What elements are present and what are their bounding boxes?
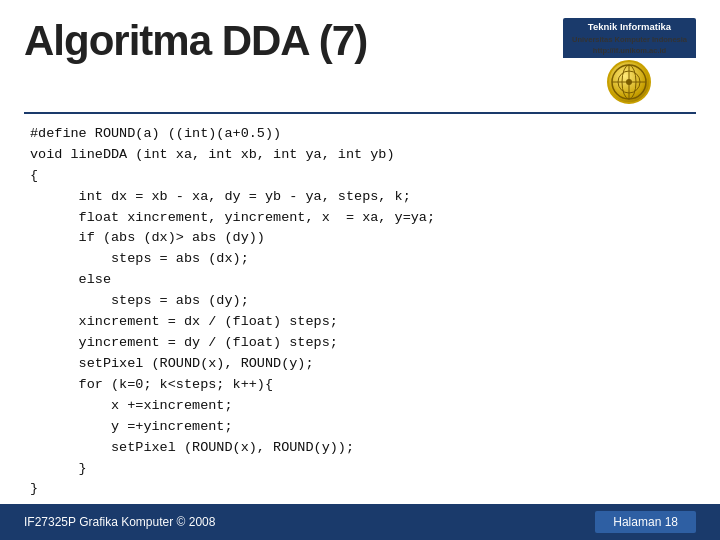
code-line: for (k=0; k<steps; k++){ (30, 375, 690, 396)
code-line: setPixel (ROUND(x), ROUND(y)); (30, 438, 690, 459)
code-line: float xincrement, yincrement, x = xa, y=… (30, 208, 690, 229)
logo-icon (610, 63, 648, 101)
code-line: if (abs (dx)> abs (dy)) (30, 228, 690, 249)
code-line: steps = abs (dx); (30, 249, 690, 270)
logo-line2: Universitas Komputer Indonesia (570, 34, 689, 45)
footer-left: IF27325P Grafika Komputer © 2008 (24, 515, 215, 529)
code-line: y =+yincrement; (30, 417, 690, 438)
footer: IF27325P Grafika Komputer © 2008 Halaman… (0, 504, 720, 540)
logo-text-block: Teknik Informatika Universitas Komputer … (563, 18, 696, 58)
slide: Algoritma DDA (7) Teknik Informatika Uni… (0, 0, 720, 540)
header: Algoritma DDA (7) Teknik Informatika Uni… (0, 0, 720, 104)
page-title: Algoritma DDA (7) (24, 18, 367, 64)
code-line: } (30, 479, 690, 500)
content-area: #define ROUND(a) ((int)(a+0.5))void line… (0, 114, 720, 504)
logo-line3: http://if.unikom.ac.id (570, 45, 689, 56)
code-line: #define ROUND(a) ((int)(a+0.5)) (30, 124, 690, 145)
code-line: steps = abs (dy); (30, 291, 690, 312)
code-line: { (30, 166, 690, 187)
svg-point-5 (626, 79, 632, 85)
code-line: setPixel (ROUND(x), ROUND(y); (30, 354, 690, 375)
code-line: int dx = xb - xa, dy = yb - ya, steps, k… (30, 187, 690, 208)
code-line: else (30, 270, 690, 291)
logo-line1: Teknik Informatika (570, 21, 689, 34)
code-line: x +=xincrement; (30, 396, 690, 417)
logo-circle (607, 60, 651, 104)
code-line: yincrement = dy / (float) steps; (30, 333, 690, 354)
code-line: xincrement = dx / (float) steps; (30, 312, 690, 333)
code-block: #define ROUND(a) ((int)(a+0.5))void line… (30, 124, 690, 501)
footer-right: Halaman 18 (595, 511, 696, 533)
logo-area: Teknik Informatika Universitas Komputer … (563, 18, 696, 104)
code-line: } (30, 459, 690, 480)
code-line: void lineDDA (int xa, int xb, int ya, in… (30, 145, 690, 166)
